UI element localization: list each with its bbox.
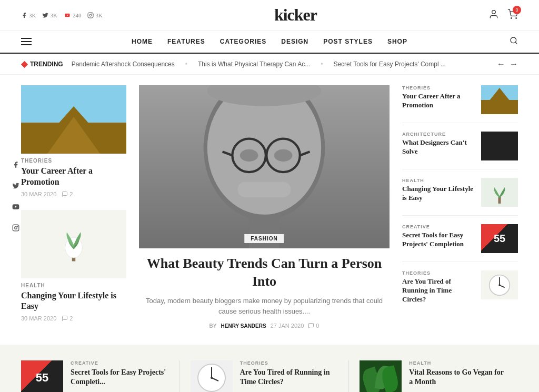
trending-items: Pandemic Aftershock Consequences • This …: [72, 61, 488, 68]
main-content: THEORIES Your Career After a Promotion 3…: [0, 75, 539, 345]
svg-point-26: [240, 149, 258, 162]
nav-design[interactable]: DESIGN: [281, 38, 308, 45]
nav-bar: HOME FEATURES CATEGORIES DESIGN POST STY…: [0, 31, 539, 54]
cart-count: 0: [513, 6, 521, 14]
bottom-card-1-title[interactable]: Secret Tools for Easy Projects' Completi…: [71, 368, 169, 387]
bottom-card-2-title[interactable]: Are You Tired of Running in Time Circles…: [240, 368, 338, 387]
svg-point-34: [498, 284, 501, 286]
featured-author[interactable]: HENRY SANDERS: [221, 323, 266, 329]
youtube-link[interactable]: 240: [64, 12, 82, 18]
right-article-2-thumb: [481, 132, 518, 160]
featured-meta: BY HENRY SANDERS 27 JAN 2020 0: [139, 323, 390, 329]
right-article-5-category: THEORIES: [402, 270, 475, 276]
sidebar-twitter-icon[interactable]: [8, 178, 23, 193]
nav-post-styles[interactable]: POST STYLES: [323, 38, 373, 45]
social-links: 3K 3K 240 3K: [21, 12, 103, 18]
bottom-card-3-title[interactable]: Vital Reasons to Go Vegan for a Month: [409, 368, 507, 387]
left-article-2-date: 30 MAR 2020: [21, 315, 56, 321]
right-article-3-info: HEALTH Changing Your Lifestyle is Easy: [402, 178, 475, 203]
svg-point-2: [15, 226, 17, 229]
bottom-card-3: HEALTH Vital Reasons to Go Vegan for a M…: [349, 360, 518, 392]
trending-bar: ◆ TRENDING Pandemic Aftershock Consequen…: [0, 54, 539, 75]
right-article-4-info: CREATIVE Secret Tools for Easy Projects'…: [402, 224, 475, 249]
facebook-count: 3K: [29, 12, 36, 18]
bottom-card-2-category: THEORIES: [240, 360, 338, 366]
instagram-link[interactable]: 3K: [87, 12, 102, 18]
left-article-2-title[interactable]: Changing Your Lifestyle is Easy: [21, 290, 126, 313]
svg-rect-28: [238, 182, 291, 197]
svg-point-38: [211, 377, 213, 379]
left-article-2: HEALTH Changing Your Lifestyle is Easy 3…: [21, 210, 126, 322]
trending-item-1[interactable]: Pandemic Aftershock Consequences: [72, 61, 175, 68]
nav-shop[interactable]: SHOP: [387, 38, 407, 45]
sidebar-youtube-icon[interactable]: [8, 199, 23, 214]
bottom-card-2-info: THEORIES Are You Tired of Running in Tim…: [240, 360, 338, 387]
nav-categories[interactable]: CATEGORIES: [220, 38, 266, 45]
top-right-actions: 0: [488, 9, 518, 22]
right-article-4-category: CREATIVE: [402, 224, 475, 229]
trending-icon: ◆: [21, 59, 27, 69]
top-bar: 3K 3K 240 3K kicker 0: [0, 0, 539, 31]
bottom-card-1-info: CREATIVE Secret Tools for Easy Projects'…: [71, 360, 169, 387]
trending-item-2[interactable]: This is What Physical Therapy Can Ac...: [198, 61, 310, 68]
right-article-5-info: THEORIES Are You Tired of Running in Tim…: [402, 270, 475, 304]
site-logo[interactable]: kicker: [274, 5, 317, 25]
trending-next-button[interactable]: →: [510, 59, 518, 69]
trending-item-3[interactable]: Secret Tools for Easy Projects' Compl ..…: [333, 61, 445, 68]
svg-point-3: [17, 226, 18, 226]
right-article-3-title[interactable]: Changing Your Lifestyle is Easy: [402, 185, 475, 203]
bottom-strip: 55 CREATIVE Secret Tools for Easy Projec…: [0, 345, 539, 392]
left-article-2-comments: 2: [62, 315, 73, 321]
svg-point-6: [89, 14, 92, 16]
left-article-1: THEORIES Your Career After a Promotion 3…: [21, 85, 126, 197]
bottom-card-1-thumb: 55: [21, 360, 63, 392]
right-article-1-thumb: [481, 85, 518, 114]
featured-excerpt: Today, modern beauty bloggers make money…: [139, 296, 390, 318]
svg-rect-1: [13, 225, 19, 231]
right-article-5-thumb: [481, 270, 518, 299]
nav-home[interactable]: HOME: [132, 38, 153, 45]
bottom-card-3-category: HEALTH: [409, 360, 507, 366]
facebook-link[interactable]: 3K: [21, 12, 36, 18]
right-article-5-title[interactable]: Are You Tired of Running in Time Circles…: [402, 277, 475, 304]
bottom-card-3-thumb: [360, 360, 402, 392]
nav-links: HOME FEATURES CATEGORIES DESIGN POST STY…: [132, 38, 407, 45]
svg-rect-30: [498, 197, 501, 204]
featured-comments: 0: [308, 323, 319, 329]
left-article-1-meta: 30 MAR 2020 2: [21, 191, 126, 197]
right-article-3-thumb: [481, 178, 518, 207]
instagram-count: 3K: [95, 12, 102, 18]
user-icon[interactable]: [488, 9, 499, 22]
nav-features[interactable]: FEATURES: [167, 38, 205, 45]
featured-by-label: BY: [209, 323, 217, 329]
featured-tag: FASHION: [244, 234, 284, 243]
right-article-3-category: HEALTH: [402, 178, 475, 183]
sidebar-facebook-icon[interactable]: [8, 157, 23, 172]
search-icon[interactable]: [510, 36, 518, 47]
trending-prev-button[interactable]: ←: [497, 59, 505, 69]
cart-icon[interactable]: 0: [507, 9, 518, 22]
right-article-1-info: THEORIES Your Career After a Promotion: [402, 85, 475, 110]
social-sidebar: [8, 157, 23, 235]
trending-text: TRENDING: [30, 61, 63, 68]
left-article-1-title[interactable]: Your Career After a Promotion: [21, 166, 126, 188]
hamburger-menu-icon[interactable]: [21, 38, 32, 45]
trending-label: ◆ TRENDING: [21, 59, 63, 69]
left-article-1-category: THEORIES: [21, 158, 126, 164]
right-article-2-title[interactable]: What Designers Can't Solve: [402, 138, 475, 156]
right-article-1-title[interactable]: Your Career After a Promotion: [402, 92, 475, 110]
bottom-card-2-thumb: [191, 360, 233, 392]
bottom-card-2: THEORIES Are You Tired of Running in Tim…: [180, 360, 350, 392]
right-article-1-category: THEORIES: [402, 85, 475, 91]
right-article-4-title[interactable]: Secret Tools for Easy Projects' Completi…: [402, 231, 475, 249]
center-column: FASHION What Beauty Trends Can Turn a Pe…: [139, 85, 390, 334]
right-article-2-category: ARCHITECTURE: [402, 132, 475, 137]
twitter-link[interactable]: 3K: [42, 12, 57, 18]
left-article-2-meta: 30 MAR 2020 2: [21, 315, 126, 321]
featured-title[interactable]: What Beauty Trends Can Turn a Person Int…: [139, 255, 390, 290]
bottom-card-3-info: HEALTH Vital Reasons to Go Vegan for a M…: [409, 360, 507, 387]
twitter-count: 3K: [50, 12, 57, 18]
sidebar-instagram-icon[interactable]: [8, 220, 23, 235]
svg-point-27: [274, 149, 293, 162]
left-article-1-thumb: [21, 85, 126, 154]
